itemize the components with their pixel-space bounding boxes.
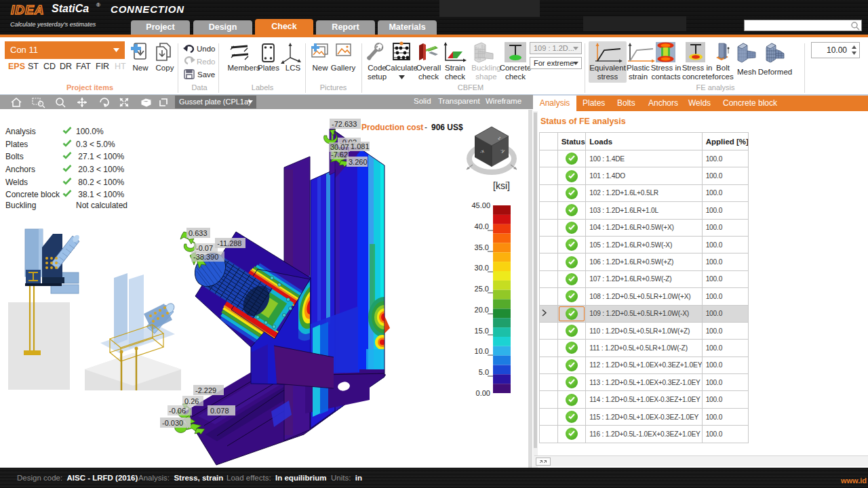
- svg-text:0.00: 0.00: [476, 389, 490, 397]
- svg-text:3.260: 3.260: [349, 158, 368, 166]
- svg-text:5.0: 5.0: [479, 368, 489, 376]
- svg-text:25.0: 25.0: [475, 285, 489, 293]
- svg-text:-0.06: -0.06: [169, 407, 186, 415]
- svg-text:35.0: 35.0: [475, 243, 489, 251]
- svg-text:0.633: 0.633: [189, 229, 208, 237]
- svg-text:-11.288: -11.288: [217, 239, 242, 247]
- svg-text:0.078: 0.078: [210, 407, 229, 415]
- svg-text:30.0: 30.0: [475, 264, 489, 272]
- svg-text:-2.229: -2.229: [195, 386, 216, 394]
- svg-text:Production cost: Production cost: [361, 123, 423, 132]
- svg-text:[ksi]: [ksi]: [493, 180, 510, 191]
- svg-text:906 US$: 906 US$: [431, 123, 463, 132]
- svg-text:0.26: 0.26: [184, 397, 199, 405]
- svg-text:40.0: 40.0: [475, 222, 489, 230]
- svg-text:-38.390: -38.390: [193, 253, 218, 261]
- svg-text:20.0: 20.0: [475, 306, 489, 314]
- svg-text:-0.07: -0.07: [196, 244, 213, 252]
- svg-text:-72.633: -72.633: [332, 120, 357, 128]
- svg-text:10.0: 10.0: [475, 347, 489, 355]
- svg-text:-7.62: -7.62: [331, 150, 348, 159]
- svg-text:-: -: [425, 123, 427, 132]
- svg-text:1.081: 1.081: [351, 142, 370, 150]
- svg-text:15.0: 15.0: [475, 327, 489, 335]
- svg-text:45.00: 45.00: [471, 201, 490, 209]
- svg-text:-0.030: -0.030: [162, 419, 183, 427]
